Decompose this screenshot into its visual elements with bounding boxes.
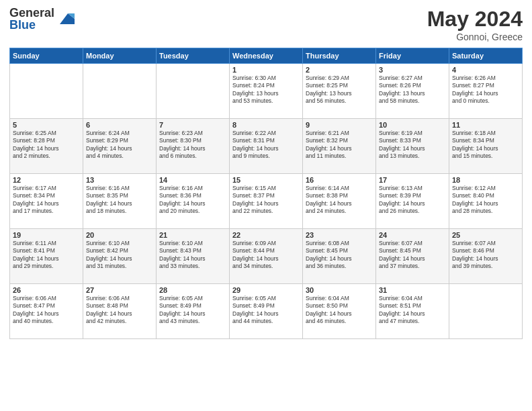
day-info: Sunrise: 6:21 AM Sunset: 8:32 PM Dayligh… [306,130,373,161]
day-number: 13 [86,176,153,184]
day-number: 10 [379,121,446,129]
logo-blue: Blue [9,19,54,31]
day-number: 16 [306,176,373,184]
calendar-cell: 27Sunrise: 6:06 AM Sunset: 8:48 PM Dayli… [83,284,157,339]
col-sunday: Sunday [10,48,83,64]
day-info: Sunrise: 6:26 AM Sunset: 8:27 PM Dayligh… [452,75,519,105]
calendar-cell: 10Sunrise: 6:19 AM Sunset: 8:33 PM Dayli… [376,119,449,174]
day-info: Sunrise: 6:13 AM Sunset: 8:39 PM Dayligh… [379,185,446,216]
calendar-cell [449,284,523,339]
calendar-cell: 5Sunrise: 6:25 AM Sunset: 8:28 PM Daylig… [10,119,83,174]
day-info: Sunrise: 6:14 AM Sunset: 8:38 PM Dayligh… [306,185,373,216]
day-number: 21 [159,231,226,239]
calendar-header: Sunday Monday Tuesday Wednesday Thursday… [10,48,523,64]
day-number: 9 [306,121,373,129]
day-info: Sunrise: 6:10 AM Sunset: 8:42 PM Dayligh… [86,240,153,271]
calendar-cell: 31Sunrise: 6:04 AM Sunset: 8:51 PM Dayli… [376,284,449,339]
page: General Blue May 2024 Gonnoi, Greece Sun… [0,0,532,411]
day-number: 17 [379,176,446,184]
day-info: Sunrise: 6:12 AM Sunset: 8:40 PM Dayligh… [452,185,519,216]
month-title: May 2024 [427,7,523,32]
calendar-cell: 26Sunrise: 6:06 AM Sunset: 8:47 PM Dayli… [10,284,83,339]
calendar-body: 1Sunrise: 6:30 AM Sunset: 8:24 PM Daylig… [10,64,523,339]
day-info: Sunrise: 6:18 AM Sunset: 8:34 PM Dayligh… [452,130,519,161]
calendar-cell: 1Sunrise: 6:30 AM Sunset: 8:24 PM Daylig… [230,64,303,119]
day-info: Sunrise: 6:08 AM Sunset: 8:45 PM Dayligh… [306,240,373,271]
day-number: 28 [159,286,226,294]
day-number: 22 [232,231,300,239]
calendar-week-4: 26Sunrise: 6:06 AM Sunset: 8:47 PM Dayli… [10,284,523,339]
col-wednesday: Wednesday [230,48,303,64]
day-number: 25 [452,231,519,239]
day-number: 15 [232,176,300,184]
day-info: Sunrise: 6:22 AM Sunset: 8:31 PM Dayligh… [232,130,300,161]
day-info: Sunrise: 6:07 AM Sunset: 8:46 PM Dayligh… [452,240,519,271]
day-info: Sunrise: 6:07 AM Sunset: 8:45 PM Dayligh… [379,240,446,271]
logo-icon [56,9,75,28]
header-row: Sunday Monday Tuesday Wednesday Thursday… [10,48,523,64]
day-info: Sunrise: 6:24 AM Sunset: 8:29 PM Dayligh… [86,130,153,161]
calendar-cell: 14Sunrise: 6:16 AM Sunset: 8:36 PM Dayli… [157,174,230,229]
calendar-week-3: 19Sunrise: 6:11 AM Sunset: 8:41 PM Dayli… [10,229,523,284]
calendar: Sunday Monday Tuesday Wednesday Thursday… [9,48,523,339]
day-info: Sunrise: 6:17 AM Sunset: 8:34 PM Dayligh… [13,185,80,216]
day-info: Sunrise: 6:05 AM Sunset: 8:49 PM Dayligh… [159,295,226,326]
calendar-cell: 25Sunrise: 6:07 AM Sunset: 8:46 PM Dayli… [449,229,523,284]
day-number: 4 [452,66,519,74]
day-info: Sunrise: 6:04 AM Sunset: 8:50 PM Dayligh… [306,295,373,326]
calendar-cell: 19Sunrise: 6:11 AM Sunset: 8:41 PM Dayli… [10,229,83,284]
calendar-cell: 9Sunrise: 6:21 AM Sunset: 8:32 PM Daylig… [303,119,376,174]
day-info: Sunrise: 6:16 AM Sunset: 8:35 PM Dayligh… [86,185,153,216]
calendar-cell: 16Sunrise: 6:14 AM Sunset: 8:38 PM Dayli… [303,174,376,229]
calendar-cell: 18Sunrise: 6:12 AM Sunset: 8:40 PM Dayli… [449,174,523,229]
col-thursday: Thursday [303,48,376,64]
calendar-week-1: 5Sunrise: 6:25 AM Sunset: 8:28 PM Daylig… [10,119,523,174]
title-area: May 2024 Gonnoi, Greece [427,7,523,42]
day-number: 20 [86,231,153,239]
calendar-week-2: 12Sunrise: 6:17 AM Sunset: 8:34 PM Dayli… [10,174,523,229]
day-number: 24 [379,231,446,239]
calendar-cell: 22Sunrise: 6:09 AM Sunset: 8:44 PM Dayli… [230,229,303,284]
day-info: Sunrise: 6:04 AM Sunset: 8:51 PM Dayligh… [379,295,446,326]
calendar-cell: 4Sunrise: 6:26 AM Sunset: 8:27 PM Daylig… [449,64,523,119]
day-number: 2 [306,66,373,74]
location: Gonnoi, Greece [427,32,523,42]
day-number: 14 [159,176,226,184]
calendar-cell: 6Sunrise: 6:24 AM Sunset: 8:29 PM Daylig… [83,119,157,174]
calendar-week-0: 1Sunrise: 6:30 AM Sunset: 8:24 PM Daylig… [10,64,523,119]
header: General Blue May 2024 Gonnoi, Greece [9,7,523,42]
calendar-cell: 12Sunrise: 6:17 AM Sunset: 8:34 PM Dayli… [10,174,83,229]
calendar-cell: 23Sunrise: 6:08 AM Sunset: 8:45 PM Dayli… [303,229,376,284]
day-number: 3 [379,66,446,74]
calendar-cell: 11Sunrise: 6:18 AM Sunset: 8:34 PM Dayli… [449,119,523,174]
col-tuesday: Tuesday [157,48,230,64]
calendar-cell: 30Sunrise: 6:04 AM Sunset: 8:50 PM Dayli… [303,284,376,339]
day-info: Sunrise: 6:30 AM Sunset: 8:24 PM Dayligh… [232,75,300,105]
calendar-cell: 17Sunrise: 6:13 AM Sunset: 8:39 PM Dayli… [376,174,449,229]
calendar-cell: 20Sunrise: 6:10 AM Sunset: 8:42 PM Dayli… [83,229,157,284]
day-number: 6 [86,121,153,129]
day-number: 23 [306,231,373,239]
calendar-cell: 13Sunrise: 6:16 AM Sunset: 8:35 PM Dayli… [83,174,157,229]
calendar-cell [157,64,230,119]
day-info: Sunrise: 6:09 AM Sunset: 8:44 PM Dayligh… [232,240,300,271]
day-info: Sunrise: 6:27 AM Sunset: 8:26 PM Dayligh… [379,75,446,105]
day-number: 7 [159,121,226,129]
day-number: 26 [13,286,80,294]
day-number: 5 [13,121,80,129]
day-number: 19 [13,231,80,239]
col-saturday: Saturday [449,48,523,64]
day-info: Sunrise: 6:29 AM Sunset: 8:25 PM Dayligh… [306,75,373,105]
day-number: 8 [232,121,300,129]
calendar-cell: 28Sunrise: 6:05 AM Sunset: 8:49 PM Dayli… [157,284,230,339]
calendar-cell: 24Sunrise: 6:07 AM Sunset: 8:45 PM Dayli… [376,229,449,284]
day-info: Sunrise: 6:10 AM Sunset: 8:43 PM Dayligh… [159,240,226,271]
col-monday: Monday [83,48,157,64]
calendar-cell: 3Sunrise: 6:27 AM Sunset: 8:26 PM Daylig… [376,64,449,119]
day-number: 11 [452,121,519,129]
day-info: Sunrise: 6:16 AM Sunset: 8:36 PM Dayligh… [159,185,226,216]
calendar-cell: 8Sunrise: 6:22 AM Sunset: 8:31 PM Daylig… [230,119,303,174]
day-number: 1 [232,66,300,74]
calendar-cell [10,64,83,119]
calendar-cell: 2Sunrise: 6:29 AM Sunset: 8:25 PM Daylig… [303,64,376,119]
